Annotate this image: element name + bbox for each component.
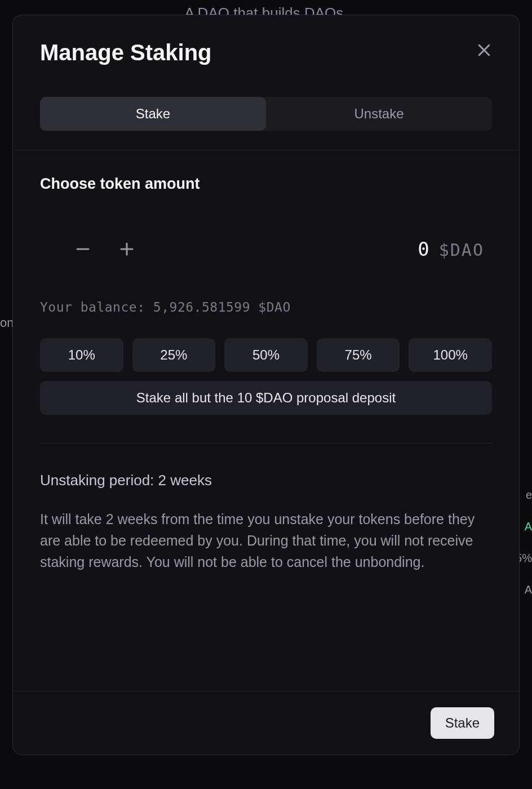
tab-stake[interactable]: Stake: [40, 97, 266, 131]
background-fragment-left: on: [0, 316, 14, 330]
amount-heading: Choose token amount: [40, 175, 492, 193]
tab-unstake[interactable]: Unstake: [266, 97, 492, 131]
divider: [40, 443, 492, 444]
amount-stepper: [72, 238, 138, 260]
modal-title: Manage Staking: [40, 40, 492, 65]
percent-button-10[interactable]: 10%: [40, 338, 123, 372]
increment-button[interactable]: [116, 238, 138, 260]
percent-button-75[interactable]: 75%: [317, 338, 400, 372]
modal-footer: Stake: [13, 691, 519, 755]
minus-icon: [74, 241, 91, 258]
percent-row: 10% 25% 50% 75% 100%: [40, 338, 492, 372]
balance-label: Your balance: 5,926.581599 $DAO: [40, 300, 492, 314]
amount-value: 0: [418, 238, 429, 260]
modal-header: Manage Staking Stake Unstake: [13, 15, 519, 150]
tab-row: Stake Unstake: [40, 97, 492, 131]
amount-row: 0 $DAO: [40, 238, 492, 260]
close-button[interactable]: [474, 40, 494, 60]
manage-staking-modal: Manage Staking Stake Unstake Choose toke…: [12, 15, 520, 755]
amount-display: 0 $DAO: [418, 238, 484, 260]
close-icon: [476, 42, 493, 59]
amount-symbol: $DAO: [439, 240, 484, 260]
stake-all-but-deposit-button[interactable]: Stake all but the 10 $DAO proposal depos…: [40, 381, 492, 415]
decrement-button[interactable]: [72, 238, 94, 260]
unstaking-period-body: It will take 2 weeks from the time you u…: [40, 508, 492, 573]
modal-body: Choose token amount 0 $DAO Your balance:…: [13, 150, 519, 691]
percent-button-100[interactable]: 100%: [409, 338, 492, 372]
percent-button-50[interactable]: 50%: [224, 338, 308, 372]
percent-button-25[interactable]: 25%: [132, 338, 216, 372]
plus-icon: [118, 241, 135, 258]
unstaking-period-title: Unstaking period: 2 weeks: [40, 472, 492, 489]
stake-button[interactable]: Stake: [431, 707, 494, 739]
